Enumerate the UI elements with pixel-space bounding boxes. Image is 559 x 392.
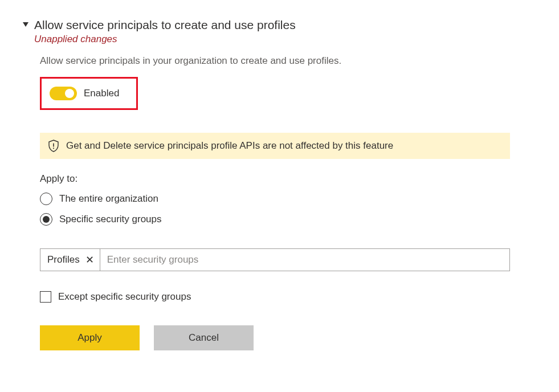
- expand-caret-icon[interactable]: [23, 22, 28, 27]
- security-groups-field[interactable]: Profiles ✕: [40, 248, 510, 271]
- checkbox-label: Except specific security groups: [58, 291, 191, 303]
- radio-specific-security-groups[interactable]: Specific security groups: [40, 213, 536, 226]
- shield-alert-icon: [48, 140, 59, 152]
- chip-label: Profiles: [47, 254, 80, 266]
- group-chip: Profiles ✕: [40, 249, 100, 271]
- notice-text: Get and Delete service principals profil…: [66, 140, 393, 152]
- apply-button[interactable]: Apply: [40, 325, 140, 350]
- except-groups-checkbox[interactable]: Except specific security groups: [40, 291, 536, 303]
- enabled-toggle[interactable]: [50, 87, 77, 100]
- unapplied-changes-label: Unapplied changes: [34, 34, 296, 45]
- radio-circle-icon: [40, 213, 52, 226]
- radio-label: The entire organization: [59, 193, 158, 205]
- svg-point-1: [53, 148, 54, 149]
- apply-to-label: Apply to:: [40, 173, 536, 185]
- enabled-toggle-highlight: Enabled: [40, 77, 138, 110]
- toggle-state-label: Enabled: [84, 88, 119, 99]
- radio-entire-organization[interactable]: The entire organization: [40, 193, 536, 205]
- radio-label: Specific security groups: [59, 214, 162, 225]
- info-notice: Get and Delete service principals profil…: [40, 133, 510, 159]
- cancel-button[interactable]: Cancel: [154, 325, 254, 350]
- toggle-knob: [65, 89, 74, 98]
- security-groups-input[interactable]: [100, 249, 509, 271]
- setting-description: Allow service principals in your organiz…: [40, 55, 536, 67]
- checkbox-box-icon: [40, 291, 51, 303]
- radio-dot-icon: [43, 216, 50, 223]
- chip-remove-icon[interactable]: ✕: [85, 255, 94, 265]
- radio-circle-icon: [40, 193, 52, 205]
- setting-title: Allow service principals to create and u…: [34, 17, 296, 32]
